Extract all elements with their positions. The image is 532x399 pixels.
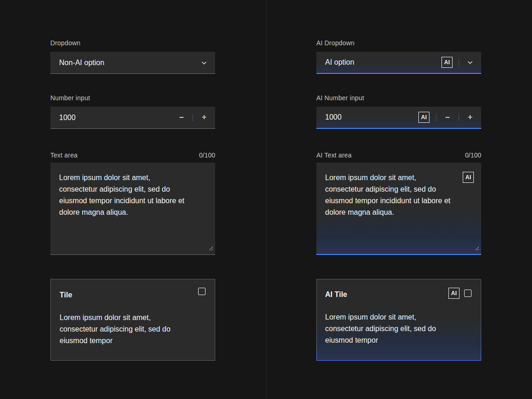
- ai-column: AI Dropdown AI option AI AI Number input…: [266, 0, 532, 399]
- number-input-field: − +: [50, 107, 215, 129]
- increment-button[interactable]: +: [459, 107, 481, 128]
- ai-dropdown-selected-value: AI option: [316, 58, 354, 66]
- ai-number-input-group: AI Number input AI − +: [316, 94, 481, 129]
- ai-dropdown-field[interactable]: AI option AI: [316, 52, 481, 74]
- tile[interactable]: Tile Lorem ipsum dolor sit amet, consect…: [50, 279, 215, 361]
- ai-dropdown-group: AI Dropdown AI option AI: [316, 39, 481, 74]
- dropdown-selected-value: Non-AI option: [50, 59, 104, 67]
- char-counter: 0/100: [465, 151, 481, 159]
- plus-icon: +: [468, 113, 473, 122]
- ai-tile-title: AI Tile: [325, 290, 453, 299]
- decrement-button[interactable]: −: [436, 107, 459, 128]
- dropdown-group: Dropdown Non-AI option: [50, 39, 215, 74]
- dropdown-label: Dropdown: [50, 39, 215, 47]
- minus-icon: −: [445, 113, 450, 122]
- chevron-down-icon: [193, 52, 215, 73]
- number-input-label: Number input: [50, 94, 215, 102]
- ai-dropdown-label: AI Dropdown: [316, 39, 481, 47]
- plus-icon: +: [202, 113, 207, 122]
- non-ai-column: Dropdown Non-AI option Number input −: [0, 0, 266, 399]
- ai-label-badge[interactable]: AI: [441, 57, 453, 68]
- ai-text-area-label: AI Text area: [316, 151, 351, 159]
- ai-number-input[interactable]: [316, 113, 418, 121]
- ai-number-input-label: AI Number input: [316, 94, 481, 102]
- checkbox[interactable]: [198, 288, 206, 295]
- ai-tile-body: Lorem ipsum dolor sit amet, consectetur …: [325, 311, 453, 346]
- number-input-group: Number input − +: [50, 94, 215, 129]
- increment-button[interactable]: +: [193, 107, 215, 128]
- minus-icon: −: [179, 113, 184, 122]
- page: Dropdown Non-AI option Number input −: [0, 0, 532, 399]
- text-area-label: Text area: [50, 151, 78, 159]
- ai-label-badge[interactable]: AI: [463, 172, 474, 183]
- char-counter: 0/100: [199, 151, 215, 159]
- ai-tile[interactable]: AI Tile Lorem ipsum dolor sit amet, cons…: [316, 279, 481, 361]
- text-area-group: Text area 0/100 Lorem ipsum dolor sit am…: [50, 151, 215, 255]
- dropdown-field[interactable]: Non-AI option: [50, 52, 215, 74]
- text-area[interactable]: Lorem ipsum dolor sit amet, consectetur …: [50, 163, 215, 255]
- tile-title: Tile: [60, 290, 187, 300]
- checkbox[interactable]: [464, 290, 472, 297]
- ai-tile-inner: AI Tile Lorem ipsum dolor sit amet, cons…: [317, 279, 481, 360]
- ai-number-input-field: AI − +: [316, 107, 481, 129]
- ai-label-badge[interactable]: AI: [448, 288, 459, 299]
- chevron-down-icon: [459, 52, 481, 73]
- resize-handle-icon[interactable]: [209, 244, 213, 253]
- ai-text-area-group: AI Text area 0/100 Lorem ipsum dolor sit…: [316, 151, 481, 255]
- ai-text-area[interactable]: Lorem ipsum dolor sit amet, consectetur …: [316, 163, 481, 255]
- ai-label-badge[interactable]: AI: [418, 112, 429, 123]
- tile-body: Lorem ipsum dolor sit amet, consectetur …: [60, 312, 187, 346]
- number-input[interactable]: [50, 114, 170, 122]
- decrement-button[interactable]: −: [170, 107, 193, 128]
- resize-handle-icon[interactable]: [475, 244, 479, 253]
